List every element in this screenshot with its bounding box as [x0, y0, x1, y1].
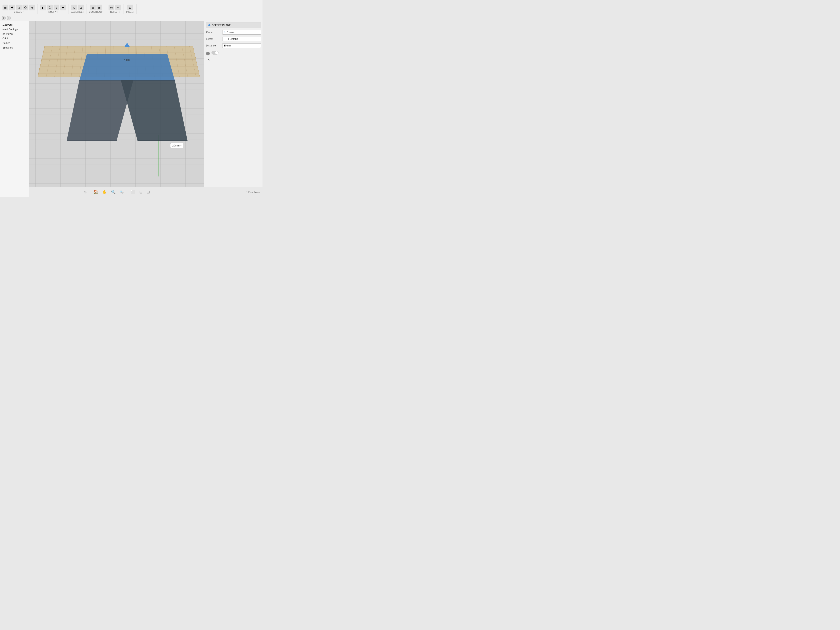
status-bar: 1 Face | Area [204, 187, 262, 197]
separator-1 [90, 189, 90, 194]
plane-value[interactable]: ↖ 1 selec [222, 30, 261, 35]
layout-icon[interactable]: ⊟ [146, 189, 151, 195]
offset-arrow [124, 43, 130, 55]
assemble-icon-2[interactable]: ⊡ [78, 5, 84, 10]
undo-bar: ⊖ | [0, 15, 262, 21]
toolbar-group-insert: ⊡ INSE... ▾ [124, 4, 137, 14]
panel-toggle[interactable] [212, 51, 218, 55]
grid-icon[interactable]: ⊞ [139, 189, 143, 195]
distance-label: Distance [206, 44, 221, 47]
create-menu[interactable]: CREATE ▾ [14, 11, 24, 13]
create-icon-1[interactable]: ⊞ [3, 5, 8, 10]
named-views-item[interactable]: ed Views [0, 32, 29, 36]
up-arrow-icon [124, 43, 130, 47]
modify-icons: ◧ ⬡ ⌀ ⬒ [40, 5, 66, 10]
inspect-icon-2[interactable]: ⊹ [115, 5, 121, 10]
insert-label: INSE... [126, 11, 133, 13]
dropdown-arrow-icon[interactable]: ▾ [180, 144, 182, 147]
toolbar-group-assemble: ⊙ ⊡ ASSEMBLE ▾ [69, 4, 87, 14]
inspect-icons: ◎ ⊹ [109, 5, 121, 10]
info-button[interactable]: i [206, 52, 210, 55]
modify-label: MODIFY [49, 11, 57, 13]
origin-icon[interactable]: ⊕ [83, 189, 87, 195]
create-icon-4[interactable]: ⬡ [22, 5, 28, 10]
assemble-label: ASSEMBLE [71, 11, 82, 13]
right-panel: OFFSET PLANE Plane ↖ 1 selec Extent ⊢⊣ D… [204, 21, 262, 197]
bodies-item[interactable]: Bodies [0, 41, 29, 46]
viewport: 10|00 10mm ▾ [29, 21, 204, 187]
create-icon-3[interactable]: ◻ [16, 5, 22, 10]
dimension-tooltip: 10mm ▾ [170, 143, 183, 148]
status-text: 1 Face | Area [246, 191, 260, 193]
toolbar-group-create: ⊞ ✚ ◻ ⬡ ◈ CREATE ▾ [0, 4, 38, 14]
arrow-stem [127, 47, 127, 55]
create-arrow: ▾ [23, 11, 24, 13]
undo-button[interactable]: ⊖ [2, 16, 6, 20]
toolbar-group-modify: ◧ ⬡ ⌀ ⬒ MODIFY ▾ [38, 4, 69, 14]
create-icon-5[interactable]: ◈ [29, 5, 35, 10]
panel-info-row: i [206, 50, 261, 55]
dimension-value: 10mm [172, 144, 180, 147]
assemble-icon-1[interactable]: ⊙ [71, 5, 77, 10]
zoom-fit-icon[interactable]: 🔍· [119, 189, 125, 194]
modify-icon-2[interactable]: ⬡ [47, 5, 53, 10]
modify-icon-4[interactable]: ⬒ [60, 5, 66, 10]
toolbar: ⊞ ✚ ◻ ⬡ ◈ CREATE ▾ ◧ ⬡ ⌀ ⬒ MODIFY ▾ ⊙ ⊡ … [0, 0, 262, 15]
document-settings-item[interactable]: ment Settings [0, 27, 29, 32]
insert-menu[interactable]: INSE... ▾ [126, 11, 134, 13]
assemble-arrow: ▾ [83, 11, 84, 13]
construct-label: CONSTRUCT [89, 11, 102, 13]
create-label: CREATE [14, 11, 22, 13]
left-panel: ...saved) ment Settings ed Views Origin … [0, 21, 29, 197]
assemble-menu[interactable]: ASSEMBLE ▾ [71, 11, 84, 13]
shape-top-face[interactable] [79, 54, 175, 81]
panel-row-extent: Extent ⊢⊣ Distanc [206, 37, 261, 41]
home-view-icon[interactable]: 🏠 [93, 189, 99, 195]
modify-arrow: ▾ [57, 11, 58, 13]
modify-icon-3[interactable]: ⌀ [54, 5, 59, 10]
construct-arrow: ▾ [103, 11, 103, 13]
insert-icons: ⊡ [127, 5, 133, 10]
toolbar-group-inspect: ◎ ⊹ INSPECT ▾ [106, 4, 124, 14]
construct-icon-2[interactable]: ⊠ [96, 5, 102, 10]
construct-icons: ⊟ ⊠ [90, 5, 102, 10]
inspect-menu[interactable]: INSPECT ▾ [110, 11, 120, 13]
plane-label: Plane [206, 31, 221, 34]
sketches-item[interactable]: Sketches [0, 46, 29, 50]
inspect-icon-1[interactable]: ◎ [109, 5, 114, 10]
doc-title: ...saved) [0, 22, 29, 27]
plane-selected: 1 selec [227, 31, 235, 34]
create-icons: ⊞ ✚ ◻ ⬡ ◈ [3, 5, 35, 10]
panel-title-text: OFFSET PLANE [212, 24, 231, 27]
insert-arrow: ▾ [133, 11, 134, 13]
bottom-bar: ⊕ 🏠 ✋ 🔍 🔍· ⬜ ⊞ ⊟ [29, 187, 204, 197]
inspect-arrow: ▾ [119, 11, 120, 13]
3d-shape: 10|00 10mm ▾ [67, 54, 188, 142]
display-mode-icon[interactable]: ⬜ [130, 189, 136, 195]
extent-label: Extent [206, 38, 221, 40]
shape-front-right-face [121, 80, 188, 141]
assemble-icons: ⊙ ⊡ [71, 5, 84, 10]
distance-dimension-label: 10|00 [124, 59, 130, 61]
panel-row-plane: Plane ↖ 1 selec [206, 30, 261, 35]
inspect-label: INSPECT [110, 11, 118, 13]
distance-input[interactable] [222, 43, 261, 48]
panel-title: OFFSET PLANE [206, 22, 261, 28]
origin-item[interactable]: Origin [0, 36, 29, 41]
panel-title-dot [208, 24, 210, 26]
toolbar-group-construct: ⊟ ⊠ CONSTRUCT ▾ [87, 4, 106, 14]
modify-icon-1[interactable]: ◧ [40, 5, 46, 10]
modify-menu[interactable]: MODIFY ▾ [49, 11, 58, 13]
panel-row-distance: Distance [206, 43, 261, 48]
pan-icon[interactable]: ✋ [101, 189, 108, 195]
extent-type: Distanc [230, 38, 238, 40]
mouse-cursor-indicator: ↖ [206, 57, 261, 62]
insert-icon-1[interactable]: ⊡ [127, 5, 133, 10]
zoom-icon[interactable]: 🔍 [110, 189, 117, 195]
construct-icon-1[interactable]: ⊟ [90, 5, 96, 10]
create-icon-2[interactable]: ✚ [9, 5, 15, 10]
construct-menu[interactable]: CONSTRUCT ▾ [89, 11, 103, 13]
extent-value[interactable]: ⊢⊣ Distanc [222, 37, 261, 41]
cursor-icon: ↖ [224, 31, 226, 34]
redo-button[interactable]: | [7, 16, 11, 20]
